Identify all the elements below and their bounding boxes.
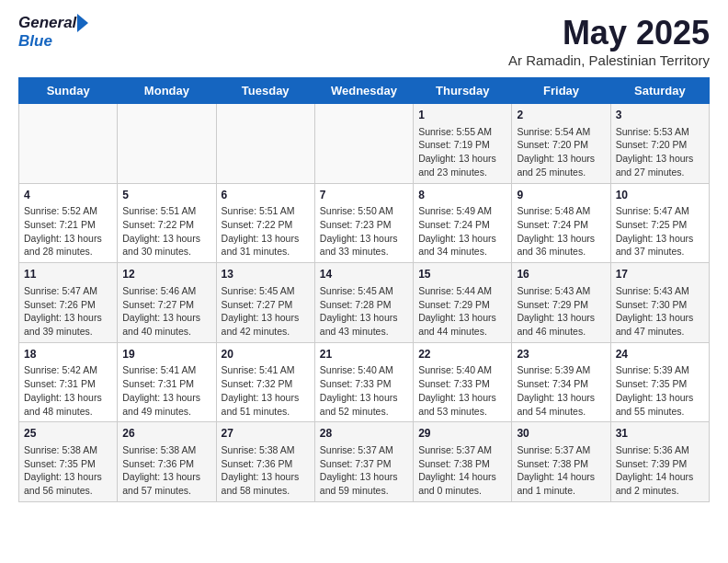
calendar-cell: 23Sunrise: 5:39 AMSunset: 7:34 PMDayligh… — [512, 342, 610, 422]
sunset-text: Sunset: 7:37 PM — [320, 457, 408, 471]
day-number: 17 — [616, 267, 704, 282]
calendar-cell: 12Sunrise: 5:46 AMSunset: 7:27 PMDayligh… — [118, 263, 216, 343]
daylight-text: Daylight: 13 hours and 31 minutes. — [222, 232, 310, 259]
week-row-1: 1Sunrise: 5:55 AMSunset: 7:19 PMDaylight… — [19, 104, 710, 184]
calendar-cell: 10Sunrise: 5:47 AMSunset: 7:25 PMDayligh… — [610, 183, 709, 263]
sunset-text: Sunset: 7:33 PM — [418, 377, 506, 391]
sunset-text: Sunset: 7:34 PM — [517, 377, 605, 391]
sunset-text: Sunset: 7:22 PM — [222, 218, 310, 232]
day-header-sunday: Sunday — [19, 78, 118, 104]
calendar-cell: 14Sunrise: 5:45 AMSunset: 7:28 PMDayligh… — [314, 263, 413, 343]
sunrise-text: Sunrise: 5:41 AM — [222, 363, 310, 377]
day-number: 6 — [222, 188, 310, 203]
sunset-text: Sunset: 7:39 PM — [616, 457, 704, 471]
sunrise-text: Sunrise: 5:46 AM — [122, 284, 210, 298]
sunset-text: Sunset: 7:19 PM — [418, 138, 506, 152]
daylight-text: Daylight: 13 hours and 57 minutes. — [122, 470, 210, 497]
daylight-text: Daylight: 13 hours and 46 minutes. — [517, 311, 605, 338]
calendar-cell: 18Sunrise: 5:42 AMSunset: 7:31 PMDayligh… — [19, 342, 118, 422]
daylight-text: Daylight: 13 hours and 59 minutes. — [320, 470, 408, 497]
calendar-cell: 21Sunrise: 5:40 AMSunset: 7:33 PMDayligh… — [314, 342, 413, 422]
daylight-text: Daylight: 13 hours and 48 minutes. — [24, 391, 112, 418]
sunset-text: Sunset: 7:23 PM — [320, 218, 408, 232]
day-number: 22 — [418, 347, 506, 362]
day-number: 5 — [122, 188, 210, 203]
daylight-text: Daylight: 13 hours and 43 minutes. — [320, 311, 408, 338]
calendar-cell — [314, 104, 413, 184]
day-number: 25 — [24, 426, 112, 442]
calendar-cell: 17Sunrise: 5:43 AMSunset: 7:30 PMDayligh… — [610, 263, 709, 343]
sunset-text: Sunset: 7:38 PM — [418, 457, 506, 471]
calendar-cell: 7Sunrise: 5:50 AMSunset: 7:23 PMDaylight… — [314, 183, 413, 263]
week-row-2: 4Sunrise: 5:52 AMSunset: 7:21 PMDaylight… — [19, 183, 710, 263]
calendar-cell: 19Sunrise: 5:41 AMSunset: 7:31 PMDayligh… — [118, 342, 216, 422]
day-number: 28 — [320, 426, 408, 442]
calendar-cell: 3Sunrise: 5:53 AMSunset: 7:20 PMDaylight… — [610, 104, 709, 184]
sunset-text: Sunset: 7:33 PM — [320, 377, 408, 391]
daylight-text: Daylight: 13 hours and 36 minutes. — [517, 232, 605, 259]
calendar-table: SundayMondayTuesdayWednesdayThursdayFrid… — [18, 77, 710, 502]
sunrise-text: Sunrise: 5:40 AM — [320, 363, 408, 377]
sunset-text: Sunset: 7:35 PM — [24, 457, 112, 471]
sunrise-text: Sunrise: 5:45 AM — [320, 284, 408, 298]
daylight-text: Daylight: 13 hours and 53 minutes. — [418, 391, 506, 418]
day-number: 29 — [418, 426, 506, 442]
day-number: 10 — [616, 188, 704, 203]
sunset-text: Sunset: 7:27 PM — [122, 298, 210, 312]
day-header-thursday: Thursday — [414, 78, 512, 104]
sunrise-text: Sunrise: 5:37 AM — [418, 443, 506, 457]
week-row-5: 25Sunrise: 5:38 AMSunset: 7:35 PMDayligh… — [19, 422, 710, 502]
day-number: 8 — [418, 188, 506, 203]
day-number: 2 — [517, 108, 605, 123]
calendar-cell: 29Sunrise: 5:37 AMSunset: 7:38 PMDayligh… — [414, 422, 512, 502]
calendar-cell: 28Sunrise: 5:37 AMSunset: 7:37 PMDayligh… — [314, 422, 413, 502]
calendar-cell: 27Sunrise: 5:38 AMSunset: 7:36 PMDayligh… — [216, 422, 314, 502]
calendar-cell: 22Sunrise: 5:40 AMSunset: 7:33 PMDayligh… — [414, 342, 512, 422]
sunset-text: Sunset: 7:28 PM — [320, 298, 408, 312]
day-number: 16 — [517, 267, 605, 282]
sunset-text: Sunset: 7:22 PM — [122, 218, 210, 232]
calendar-cell: 1Sunrise: 5:55 AMSunset: 7:19 PMDaylight… — [414, 104, 512, 184]
daylight-text: Daylight: 13 hours and 25 minutes. — [517, 152, 605, 178]
day-number: 3 — [616, 108, 704, 123]
calendar-cell: 9Sunrise: 5:48 AMSunset: 7:24 PMDaylight… — [512, 183, 610, 263]
sunrise-text: Sunrise: 5:53 AM — [616, 125, 704, 139]
daylight-text: Daylight: 13 hours and 33 minutes. — [320, 232, 408, 259]
daylight-text: Daylight: 14 hours and 2 minutes. — [616, 470, 704, 497]
sunrise-text: Sunrise: 5:47 AM — [24, 284, 112, 298]
day-number: 30 — [517, 426, 605, 442]
sunrise-text: Sunrise: 5:48 AM — [517, 204, 605, 218]
calendar-cell: 24Sunrise: 5:39 AMSunset: 7:35 PMDayligh… — [610, 342, 709, 422]
daylight-text: Daylight: 13 hours and 54 minutes. — [517, 391, 605, 418]
title-section: May 2025 Ar Ramadin, Palestinian Territo… — [508, 14, 710, 68]
day-number: 24 — [616, 347, 704, 362]
daylight-text: Daylight: 14 hours and 0 minutes. — [418, 470, 506, 497]
sunrise-text: Sunrise: 5:51 AM — [222, 204, 310, 218]
calendar-cell: 30Sunrise: 5:37 AMSunset: 7:38 PMDayligh… — [512, 422, 610, 502]
calendar-cell: 26Sunrise: 5:38 AMSunset: 7:36 PMDayligh… — [118, 422, 216, 502]
sunrise-text: Sunrise: 5:43 AM — [517, 284, 605, 298]
day-number: 9 — [517, 188, 605, 203]
page-subtitle: Ar Ramadin, Palestinian Territory — [508, 52, 710, 68]
daylight-text: Daylight: 13 hours and 44 minutes. — [418, 311, 506, 338]
sunset-text: Sunset: 7:24 PM — [418, 218, 506, 232]
sunset-text: Sunset: 7:25 PM — [616, 218, 704, 232]
sunset-text: Sunset: 7:21 PM — [24, 218, 112, 232]
daylight-text: Daylight: 13 hours and 56 minutes. — [24, 470, 112, 497]
sunset-text: Sunset: 7:38 PM — [517, 457, 605, 471]
daylight-text: Daylight: 13 hours and 51 minutes. — [222, 391, 310, 418]
sunrise-text: Sunrise: 5:44 AM — [418, 284, 506, 298]
daylight-text: Daylight: 13 hours and 39 minutes. — [24, 311, 112, 338]
day-header-saturday: Saturday — [610, 78, 709, 104]
calendar-cell: 4Sunrise: 5:52 AMSunset: 7:21 PMDaylight… — [19, 183, 118, 263]
day-number: 12 — [122, 267, 210, 282]
calendar-cell: 6Sunrise: 5:51 AMSunset: 7:22 PMDaylight… — [216, 183, 314, 263]
day-number: 15 — [418, 267, 506, 282]
sunrise-text: Sunrise: 5:36 AM — [616, 443, 704, 457]
week-row-4: 18Sunrise: 5:42 AMSunset: 7:31 PMDayligh… — [19, 342, 710, 422]
sunrise-text: Sunrise: 5:41 AM — [122, 363, 210, 377]
sunrise-text: Sunrise: 5:37 AM — [320, 443, 408, 457]
sunset-text: Sunset: 7:27 PM — [222, 298, 310, 312]
sunset-text: Sunset: 7:35 PM — [616, 377, 704, 391]
daylight-text: Daylight: 13 hours and 52 minutes. — [320, 391, 408, 418]
